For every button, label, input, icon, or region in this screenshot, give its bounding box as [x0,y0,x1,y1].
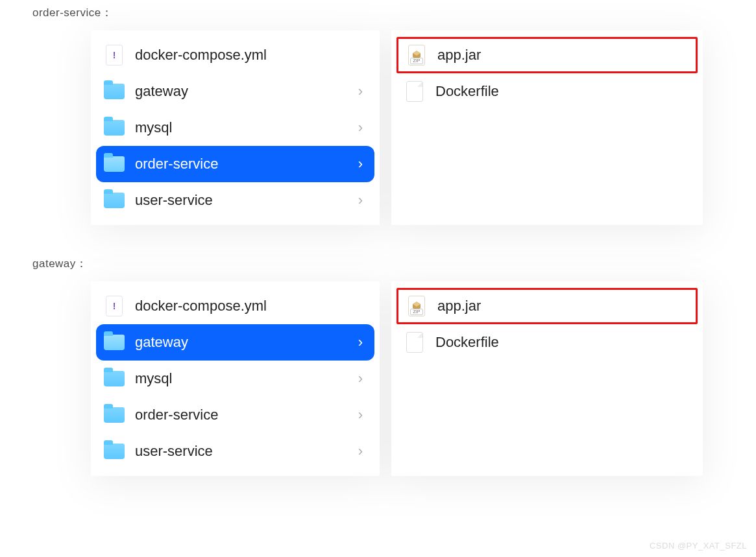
item-label: mysql [135,370,358,387]
item-label: app.jar [437,47,684,64]
file-row[interactable]: Dockerfile [396,324,698,361]
finder-window: !docker-compose.ymlgateway›mysql›order-s… [91,281,714,476]
folder-list-pane: !docker-compose.ymlgateway›mysql›order-s… [91,30,380,225]
item-label: Dockerfile [435,83,686,100]
chevron-right-icon: › [358,334,363,351]
item-label: order-service [135,156,358,172]
folder-row[interactable]: order-service› [96,397,374,433]
chevron-right-icon: › [358,192,363,209]
item-label: app.jar [437,298,684,314]
folder-icon [103,80,126,103]
watermark: CSDN @PY_XAT_SFZL [650,541,747,551]
chevron-right-icon: › [358,443,363,460]
item-label: mysql [135,119,358,136]
chevron-right-icon: › [358,156,363,172]
chevron-right-icon: › [358,83,363,100]
folder-icon [103,403,126,427]
file-row[interactable]: Dockerfile [396,73,698,110]
folder-contents-pane: ZIPapp.jarDockerfile [391,30,703,225]
folder-row[interactable]: mysql› [96,110,374,146]
file-icon [403,80,426,103]
item-label: Dockerfile [435,334,686,351]
highlight-annotation: ZIPapp.jar [396,37,698,73]
finder-window: !docker-compose.ymlgateway›mysql›order-s… [91,30,714,225]
folder-contents-pane: ZIPapp.jarDockerfile [391,281,703,476]
folder-icon [103,440,126,463]
item-label: docker-compose.yml [135,298,363,314]
folder-icon [103,116,126,139]
file-row[interactable]: !docker-compose.yml [96,37,374,73]
yml-file-icon: ! [103,43,126,67]
yml-file-icon: ! [103,294,126,318]
folder-icon [103,367,126,390]
section-label: order-service： [0,0,756,30]
chevron-right-icon: › [358,407,363,423]
folder-row[interactable]: gateway› [96,73,374,110]
folder-icon [103,152,126,176]
folder-list-pane: !docker-compose.ymlgateway›mysql›order-s… [91,281,380,476]
folder-row[interactable]: order-service› [96,146,374,182]
item-label: docker-compose.yml [135,47,363,64]
file-row[interactable]: ZIPapp.jar [398,39,696,71]
chevron-right-icon: › [358,119,363,136]
folder-row[interactable]: user-service› [96,433,374,469]
folder-row[interactable]: user-service› [96,182,374,219]
file-row[interactable]: ZIPapp.jar [398,290,696,322]
folder-icon [103,331,126,354]
archive-icon: ZIP [405,43,428,67]
chevron-right-icon: › [358,370,363,387]
item-label: user-service [135,192,358,209]
item-label: gateway [135,83,358,100]
file-row[interactable]: !docker-compose.yml [96,288,374,324]
folder-row[interactable]: gateway› [96,324,374,361]
folder-icon [103,189,126,212]
highlight-annotation: ZIPapp.jar [396,288,698,324]
item-label: gateway [135,334,358,351]
item-label: user-service [135,443,358,460]
section-label: gateway： [0,251,756,281]
item-label: order-service [135,407,358,423]
folder-row[interactable]: mysql› [96,361,374,397]
file-icon [403,331,426,354]
archive-icon: ZIP [405,294,428,318]
